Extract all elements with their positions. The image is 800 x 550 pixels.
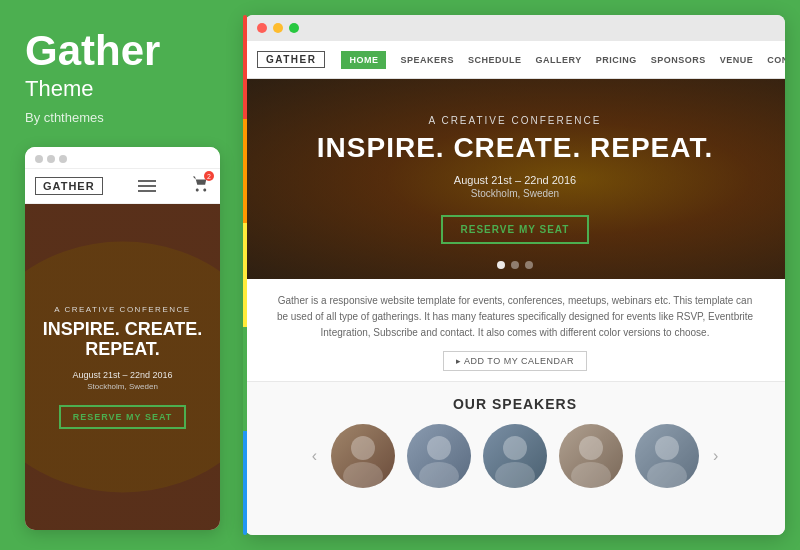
description-section: Gather is a responsive website template … bbox=[245, 279, 785, 382]
desktop-hero-location: Stockholm, Sweden bbox=[317, 188, 713, 199]
desktop-nav: GATHER HOME SPEAKERS SCHEDULE GALLERY PR… bbox=[245, 41, 785, 79]
mobile-dot-2 bbox=[47, 155, 55, 163]
mobile-reserve-button[interactable]: RESERVE MY SEAT bbox=[59, 405, 187, 429]
nav-item-sponsors[interactable]: SPONSORS bbox=[651, 55, 706, 65]
mobile-logo: GATHER bbox=[35, 177, 103, 195]
hamburger-icon[interactable] bbox=[138, 180, 156, 192]
svg-point-1 bbox=[343, 462, 383, 488]
speaker-avatar-5[interactable] bbox=[635, 424, 699, 488]
speakers-next-arrow[interactable]: › bbox=[713, 447, 718, 465]
desktop-hero-title: INSPIRE. CREATE. REPEAT. bbox=[317, 132, 713, 164]
speakers-section: OUR SPEAKERS ‹ bbox=[245, 382, 785, 535]
mobile-hero-date: August 21st – 22nd 2016 bbox=[72, 370, 172, 380]
speaker-avatar-3[interactable] bbox=[483, 424, 547, 488]
cart-badge: 2 bbox=[204, 171, 214, 181]
desktop-logo: GATHER bbox=[257, 51, 325, 68]
hero-dot-1[interactable] bbox=[497, 261, 505, 269]
svg-point-7 bbox=[571, 462, 611, 488]
svg-point-4 bbox=[503, 436, 527, 460]
desktop-nav-items: HOME SPEAKERS SCHEDULE GALLERY PRICING S… bbox=[341, 47, 785, 73]
speaker-avatar-2[interactable] bbox=[407, 424, 471, 488]
add-to-calendar-button[interactable]: ▸ ADD TO MY CALENDAR bbox=[443, 351, 587, 371]
svg-point-3 bbox=[419, 462, 459, 488]
hamburger-line-2 bbox=[138, 185, 156, 187]
speakers-section-title: OUR SPEAKERS bbox=[265, 396, 765, 412]
hero-carousel-dots bbox=[497, 261, 533, 269]
speakers-list bbox=[331, 424, 699, 488]
speaker-1-svg bbox=[331, 424, 395, 488]
hamburger-line-1 bbox=[138, 180, 156, 182]
nav-item-home[interactable]: HOME bbox=[341, 51, 386, 69]
mobile-dot-3 bbox=[59, 155, 67, 163]
speaker-3-svg bbox=[483, 424, 547, 488]
chrome-dot-yellow bbox=[273, 23, 283, 33]
nav-item-contact[interactable]: CONTACT bbox=[767, 55, 785, 65]
mobile-hero-section: A CREATIVE CONFERENCE INSPIRE. CREATE. R… bbox=[25, 204, 220, 530]
brand-subtitle: Theme bbox=[25, 76, 220, 102]
mobile-nav: GATHER 2 bbox=[25, 169, 220, 204]
desktop-hero-content: A CREATIVE CONFERENCE INSPIRE. CREATE. R… bbox=[317, 115, 713, 244]
mobile-hero-location: Stockholm, Sweden bbox=[87, 382, 158, 391]
hero-dot-3[interactable] bbox=[525, 261, 533, 269]
speakers-row: ‹ bbox=[265, 424, 765, 488]
svg-point-0 bbox=[351, 436, 375, 460]
speaker-2-svg bbox=[407, 424, 471, 488]
right-panel: GATHER HOME SPEAKERS SCHEDULE GALLERY PR… bbox=[245, 15, 785, 535]
svg-point-5 bbox=[495, 462, 535, 488]
speaker-avatar-1[interactable] bbox=[331, 424, 395, 488]
description-text: Gather is a responsive website template … bbox=[275, 293, 755, 341]
browser-chrome bbox=[245, 15, 785, 41]
nav-item-schedule[interactable]: SCHEDULE bbox=[468, 55, 522, 65]
mobile-cart-icon[interactable]: 2 bbox=[192, 175, 210, 197]
hamburger-line-3 bbox=[138, 190, 156, 192]
nav-item-gallery[interactable]: GALLERY bbox=[536, 55, 582, 65]
mobile-hero-title: INSPIRE. CREATE. REPEAT. bbox=[37, 320, 208, 360]
svg-point-9 bbox=[647, 462, 687, 488]
nav-item-venue[interactable]: VENUE bbox=[720, 55, 754, 65]
svg-point-6 bbox=[579, 436, 603, 460]
speaker-4-svg bbox=[559, 424, 623, 488]
chrome-dot-green bbox=[289, 23, 299, 33]
mobile-preview-card: GATHER 2 A CREATIVE CONFERENCE INSPIRE. … bbox=[25, 147, 220, 530]
nav-item-speakers[interactable]: SPEAKERS bbox=[400, 55, 454, 65]
desktop-hero-subtitle: A CREATIVE CONFERENCE bbox=[317, 115, 713, 126]
speaker-5-svg bbox=[635, 424, 699, 488]
chrome-dot-red bbox=[257, 23, 267, 33]
desktop-reserve-button[interactable]: RESERVE MY SEAT bbox=[441, 215, 590, 244]
brand-author: By cththemes bbox=[25, 110, 220, 125]
nav-item-pricing[interactable]: PRICING bbox=[596, 55, 637, 65]
speakers-prev-arrow[interactable]: ‹ bbox=[312, 447, 317, 465]
svg-point-8 bbox=[655, 436, 679, 460]
mobile-hero-subtitle: A CREATIVE CONFERENCE bbox=[54, 305, 190, 314]
speaker-avatar-4[interactable] bbox=[559, 424, 623, 488]
desktop-hero-section: A CREATIVE CONFERENCE INSPIRE. CREATE. R… bbox=[245, 79, 785, 279]
mobile-window-dots bbox=[35, 155, 67, 163]
hero-dot-2[interactable] bbox=[511, 261, 519, 269]
desktop-hero-date: August 21st – 22nd 2016 bbox=[317, 174, 713, 186]
brand-title: Gather bbox=[25, 30, 220, 72]
mobile-browser-chrome bbox=[25, 147, 220, 169]
left-panel: Gather Theme By cththemes GATHER 2 bbox=[0, 0, 245, 550]
svg-point-2 bbox=[427, 436, 451, 460]
accent-bar bbox=[243, 15, 247, 535]
mobile-dot-1 bbox=[35, 155, 43, 163]
